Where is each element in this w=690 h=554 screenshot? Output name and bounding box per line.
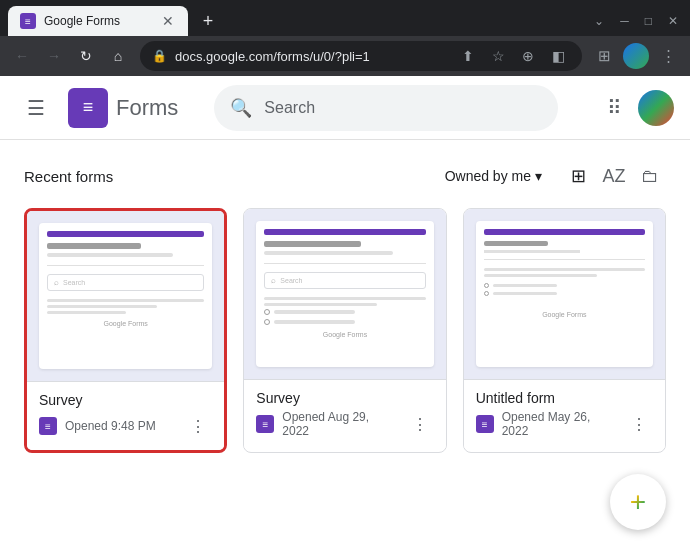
view-toggle: ⊞ AZ 🗀 (562, 160, 666, 192)
search-input[interactable]: Search (264, 99, 315, 117)
thumb-timeline-sub (484, 250, 581, 253)
thumb-line (47, 299, 204, 302)
thumb-header-bar (264, 229, 425, 235)
thumb-text-lines (484, 268, 645, 277)
form-date: Opened 9:48 PM (65, 419, 176, 433)
forms-grid: ⌕ Search Google Forms Survey (24, 208, 666, 453)
app-header: ☰ ≡ Forms 🔍 Search ⠿ (0, 76, 690, 140)
thumb-subtitle (47, 253, 173, 257)
search-icon: 🔍 (230, 97, 252, 119)
form-thumbnail: Google Forms (476, 221, 653, 367)
extension-icon[interactable]: ⊕ (516, 44, 540, 68)
thumb-search-text: Search (63, 279, 85, 286)
back-button[interactable]: ← (8, 42, 36, 70)
form-thumbnail: ⌕ Search (256, 221, 433, 367)
share-icon[interactable]: ⬆ (456, 44, 480, 68)
lock-icon: 🔒 (152, 49, 167, 63)
form-thumbnail: ⌕ Search Google Forms (39, 223, 212, 369)
grid-view-button[interactable]: ⊞ (562, 160, 594, 192)
owned-by-filter[interactable]: Owned by me ▾ (437, 162, 550, 190)
thumb-text-lines (47, 299, 204, 314)
form-name: Untitled form (476, 390, 653, 406)
chevron-down-icon: ▾ (535, 168, 542, 184)
thumb-footer: Google Forms (484, 311, 645, 318)
thumb-title (47, 243, 141, 249)
more-options-button[interactable]: ⋮ (184, 412, 212, 440)
thumb-text-lines (264, 297, 425, 325)
thumb-option-text (274, 310, 355, 314)
address-bar: ← → ↻ ⌂ 🔒 docs.google.com/forms/u/0/?pli… (0, 36, 690, 76)
home-button[interactable]: ⌂ (104, 42, 132, 70)
thumb-line (264, 303, 377, 306)
hamburger-menu-button[interactable]: ☰ (16, 88, 56, 128)
maximize-button[interactable]: □ (645, 14, 652, 28)
extensions-button[interactable]: ⊞ (590, 42, 618, 70)
search-bar[interactable]: 🔍 Search (214, 85, 558, 131)
chrome-actions: ⊞ ⋮ (590, 42, 682, 70)
split-icon[interactable]: ◧ (546, 44, 570, 68)
active-tab[interactable]: Google Forms ✕ (8, 6, 188, 36)
thumb-option (484, 291, 645, 296)
form-meta: ≡ Opened May 26, 2022 ⋮ (476, 410, 653, 438)
thumb-search-text: Search (280, 277, 302, 284)
thumb-option-text (493, 284, 558, 287)
thumb-option (264, 319, 425, 325)
more-menu-button[interactable]: ⋮ (654, 42, 682, 70)
form-preview: ⌕ Search (244, 209, 445, 379)
thumb-search: ⌕ Search (264, 272, 425, 289)
tab-close-button[interactable]: ✕ (160, 13, 176, 29)
thumb-line (484, 268, 645, 271)
more-options-button[interactable]: ⋮ (625, 410, 653, 438)
thumb-line (47, 305, 157, 308)
thumb-divider (264, 263, 425, 264)
form-icon: ≡ (256, 415, 274, 433)
forward-button[interactable]: → (40, 42, 68, 70)
app-logo: ≡ Forms (68, 88, 178, 128)
form-info: Untitled form ≡ Opened May 26, 2022 ⋮ (464, 379, 665, 448)
thumb-radio (484, 291, 489, 296)
thumb-subtitle (264, 251, 393, 255)
folder-view-button[interactable]: 🗀 (634, 160, 666, 192)
tab-favicon (20, 13, 36, 29)
plus-icon: + (630, 486, 646, 518)
profile-avatar[interactable] (623, 43, 649, 69)
more-options-button[interactable]: ⋮ (406, 410, 434, 438)
new-tab-button[interactable]: + (196, 9, 220, 33)
thumb-line (47, 311, 126, 314)
address-actions: ⬆ ☆ ⊕ ◧ (456, 44, 570, 68)
refresh-button[interactable]: ↻ (72, 42, 100, 70)
bookmark-icon[interactable]: ☆ (486, 44, 510, 68)
form-card[interactable]: ⌕ Search (243, 208, 446, 453)
thumb-option-text (274, 320, 355, 324)
apps-grid-button[interactable]: ⠿ (594, 88, 634, 128)
create-new-form-button[interactable]: + (610, 474, 666, 530)
section-header: Recent forms Owned by me ▾ ⊞ AZ 🗀 (24, 160, 666, 192)
thumb-line (484, 274, 597, 277)
thumb-radio (264, 319, 270, 325)
address-input[interactable]: 🔒 docs.google.com/forms/u/0/?pli=1 ⬆ ☆ ⊕… (140, 41, 582, 71)
thumb-radio (264, 309, 270, 315)
chevron-down-icon[interactable]: ⌄ (594, 14, 604, 28)
thumb-option (484, 283, 645, 288)
profile-icon[interactable] (622, 42, 650, 70)
thumb-search: ⌕ Search (47, 274, 204, 291)
user-avatar[interactable] (638, 90, 674, 126)
form-card[interactable]: ⌕ Search Google Forms Survey (24, 208, 227, 453)
form-card[interactable]: Google Forms Untitled form ≡ Opened May … (463, 208, 666, 453)
thumb-title (264, 241, 361, 247)
form-date: Opened May 26, 2022 (502, 410, 617, 438)
thumb-option (264, 309, 425, 315)
thumb-radio (484, 283, 489, 288)
tab-title: Google Forms (44, 14, 152, 28)
sort-button[interactable]: AZ (598, 160, 630, 192)
thumb-footer: Google Forms (47, 320, 204, 327)
browser-chrome: Google Forms ✕ + ⌄ ─ □ ✕ ← → ↻ ⌂ 🔒 docs.… (0, 0, 690, 76)
form-info: Survey ≡ Opened Aug 29, 2022 ⋮ (244, 379, 445, 448)
thumb-timeline-header (484, 241, 549, 246)
app-name: Forms (116, 95, 178, 121)
app-content: ☰ ≡ Forms 🔍 Search ⠿ Recent forms Owned … (0, 76, 690, 554)
thumb-header-bar (47, 231, 204, 237)
form-icon: ≡ (476, 415, 494, 433)
close-window-button[interactable]: ✕ (668, 14, 678, 28)
minimize-button[interactable]: ─ (620, 14, 629, 28)
